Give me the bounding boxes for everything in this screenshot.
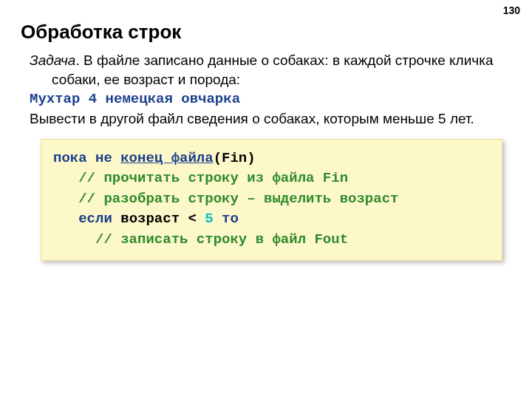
task-desc-1: . В файле записано данные о собаках: в к… bbox=[52, 52, 493, 87]
code-comment: // записать строку в файл Fout bbox=[53, 231, 348, 248]
task-content: Задача. В файле записано данные о собака… bbox=[30, 51, 502, 129]
code-text: возраст < bbox=[112, 211, 205, 227]
code-number: 5 bbox=[205, 211, 213, 227]
code-box: пока не конец файла(Fin) // прочитать ст… bbox=[41, 139, 502, 262]
code-func: конец файла bbox=[120, 150, 213, 166]
code-keyword: то bbox=[222, 211, 239, 227]
example-line: Мухтар 4 немецкая овчарка bbox=[30, 90, 502, 109]
task-label: Задача bbox=[30, 52, 75, 68]
task-paragraph-1: Задача. В файле записано данные о собака… bbox=[30, 51, 502, 89]
page-number: 130 bbox=[503, 4, 520, 16]
code-comment: // прочитать строку из файла Fin bbox=[53, 170, 348, 186]
slide-title: Обработка строк bbox=[21, 21, 532, 44]
code-text: (Fin) bbox=[214, 150, 256, 166]
code-keyword: если bbox=[78, 211, 112, 227]
code-text bbox=[53, 211, 78, 227]
code-keyword: пока не bbox=[53, 150, 120, 166]
code-text bbox=[214, 211, 222, 227]
task-paragraph-2: Вывести в другой файл сведения о собаках… bbox=[30, 109, 502, 129]
code-comment: // разобрать строку – выделить возраст bbox=[53, 191, 398, 207]
